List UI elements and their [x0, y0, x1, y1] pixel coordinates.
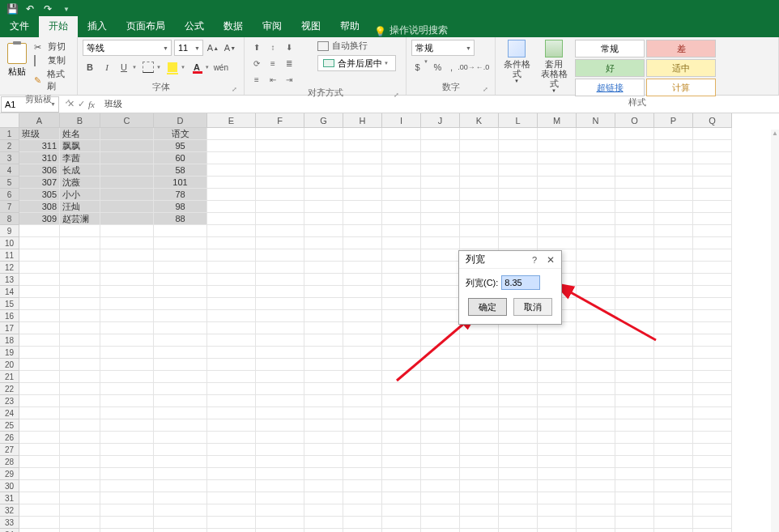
cell[interactable]	[343, 395, 382, 407]
accounting-format-button[interactable]: $	[411, 59, 424, 75]
cell[interactable]	[154, 480, 207, 492]
cell[interactable]	[577, 152, 615, 164]
cell[interactable]	[100, 262, 154, 274]
cell[interactable]	[343, 504, 382, 517]
row-header[interactable]: 15	[0, 298, 19, 310]
cell[interactable]	[60, 274, 100, 286]
cell[interactable]	[577, 128, 615, 140]
cell[interactable]	[615, 504, 654, 517]
cell[interactable]	[256, 468, 304, 480]
row-header[interactable]: 32	[0, 504, 19, 517]
cell[interactable]	[256, 201, 304, 213]
cell[interactable]	[19, 322, 60, 334]
cell[interactable]	[460, 213, 499, 225]
cell[interactable]	[256, 274, 304, 286]
cell[interactable]	[256, 359, 304, 371]
cell[interactable]	[154, 322, 207, 334]
font-name-combo[interactable]: 等线▼	[83, 40, 172, 56]
row-header[interactable]: 24	[0, 407, 19, 419]
cell[interactable]: 308	[19, 201, 60, 213]
cell[interactable]	[577, 371, 615, 383]
cell[interactable]	[343, 128, 382, 140]
cell[interactable]	[207, 213, 256, 225]
cell[interactable]	[207, 383, 256, 395]
cell[interactable]	[382, 480, 421, 492]
cell[interactable]	[577, 444, 615, 456]
cell[interactable]	[256, 419, 304, 432]
cell[interactable]	[154, 529, 207, 532]
cell[interactable]	[207, 322, 256, 334]
cell[interactable]	[654, 140, 693, 152]
cell[interactable]	[499, 371, 538, 383]
cell[interactable]	[693, 371, 732, 383]
cell[interactable]	[538, 432, 577, 444]
cell[interactable]	[421, 164, 460, 177]
cell[interactable]	[615, 274, 654, 286]
cell[interactable]	[693, 334, 732, 347]
cell[interactable]	[60, 249, 100, 262]
cell[interactable]	[100, 298, 154, 310]
cell[interactable]	[60, 383, 100, 395]
cell[interactable]	[60, 347, 100, 359]
cell[interactable]	[256, 286, 304, 298]
cell[interactable]	[19, 504, 60, 517]
cell[interactable]	[256, 432, 304, 444]
cell[interactable]	[100, 274, 154, 286]
cell[interactable]	[615, 432, 654, 444]
cell[interactable]	[154, 249, 207, 262]
merge-center-button[interactable]: 合并后居中▼	[317, 55, 396, 71]
percent-button[interactable]: %	[432, 59, 444, 75]
cell[interactable]	[460, 347, 499, 359]
cell[interactable]	[538, 140, 577, 152]
cell[interactable]	[154, 371, 207, 383]
cell[interactable]	[538, 237, 577, 249]
cell[interactable]	[100, 164, 154, 177]
cell[interactable]	[460, 164, 499, 177]
cell[interactable]	[207, 395, 256, 407]
cell[interactable]	[421, 395, 460, 407]
cell[interactable]	[19, 383, 60, 395]
cell[interactable]	[154, 456, 207, 468]
cell[interactable]	[654, 456, 693, 468]
cell[interactable]	[382, 213, 421, 225]
cell[interactable]	[19, 334, 60, 347]
cell[interactable]	[693, 322, 732, 334]
cell[interactable]	[382, 237, 421, 249]
cell[interactable]	[154, 334, 207, 347]
row-header[interactable]: 29	[0, 468, 19, 480]
align-right-button[interactable]: ≡	[249, 72, 264, 87]
cell[interactable]	[460, 444, 499, 456]
cell[interactable]	[615, 529, 654, 532]
cell[interactable]	[421, 213, 460, 225]
column-header[interactable]: M	[538, 113, 577, 128]
worksheet-grid[interactable]: ABCDEFGHIJKLMNOPQ 1班级姓名语文2311飘飘953310李茜6…	[0, 113, 779, 532]
cell[interactable]	[654, 492, 693, 504]
cell[interactable]	[615, 334, 654, 347]
tab-home[interactable]: 开始	[39, 16, 78, 37]
save-icon[interactable]: 💾	[5, 2, 19, 16]
cell[interactable]	[382, 492, 421, 504]
cell[interactable]	[460, 201, 499, 213]
cell[interactable]	[304, 201, 343, 213]
cell[interactable]	[60, 334, 100, 347]
column-header[interactable]: P	[654, 113, 693, 128]
cell[interactable]	[693, 444, 732, 456]
cell[interactable]	[615, 152, 654, 164]
cell[interactable]	[693, 164, 732, 177]
select-all-corner[interactable]	[0, 113, 19, 128]
cell[interactable]	[256, 492, 304, 504]
cell[interactable]	[654, 164, 693, 177]
cell[interactable]	[654, 480, 693, 492]
cell[interactable]	[654, 432, 693, 444]
cell[interactable]	[460, 189, 499, 201]
cell[interactable]	[577, 140, 615, 152]
row-header[interactable]: 11	[0, 249, 19, 262]
cell[interactable]	[421, 140, 460, 152]
cell[interactable]	[100, 359, 154, 371]
cell[interactable]	[382, 177, 421, 189]
cell[interactable]	[100, 347, 154, 359]
cell-styles-gallery[interactable]: 常规 差 好 适中 超链接 计算	[575, 40, 719, 96]
cell[interactable]	[60, 237, 100, 249]
cell[interactable]	[615, 128, 654, 140]
cell[interactable]	[421, 286, 460, 298]
